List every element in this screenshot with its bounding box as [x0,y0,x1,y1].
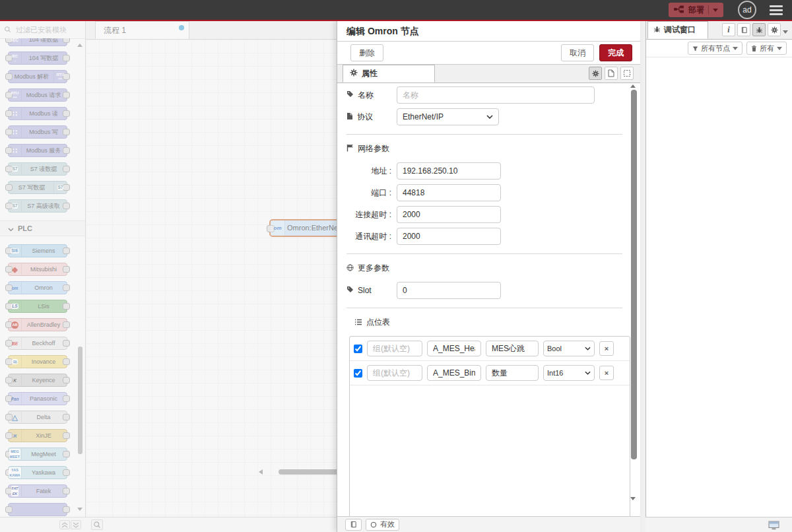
node-enabled-toggle[interactable]: 有效 [366,519,399,531]
debug-bug-button[interactable] [752,23,766,36]
sidebar-menu-caret-icon[interactable] [783,30,788,34]
app-root: 部署 ad IEC104 读数据IEC →104 写数据RTU •••Modbu… [0,0,792,532]
palette-node-Modbus 解析[interactable]: RTU •••Modbus 解析 [8,70,67,83]
tray-scroll-down-icon[interactable] [630,497,636,500]
protocol-select[interactable]: EtherNet/IP [397,108,499,125]
name-input[interactable] [397,86,595,104]
point-group-input[interactable] [367,341,422,356]
palette-node-S7 写数据[interactable]: S7S7 写数据 [8,181,67,194]
flow-tab[interactable]: 流程 1 [95,21,189,39]
palette-node-Inovance[interactable]: ≈Inovance [8,355,67,368]
canvas-search-button[interactable] [91,519,103,530]
point-delete-button[interactable]: × [599,341,614,356]
palette-node-104 写数据[interactable]: IEC →104 写数据 [8,51,67,65]
palette-node-104 读数据[interactable]: IEC104 读数据 [8,38,67,46]
palette-scroll-down-icon[interactable] [77,508,82,511]
edit-node-tray: 编辑 Omron 节点 删除 取消 完成 属性 名称 [337,21,640,532]
delete-button[interactable]: 删除 [350,44,383,61]
palette-node-S7 读数据[interactable]: S7S7 读数据 [8,162,67,176]
palette-node-label [9,504,67,515]
palette-node-Modbus 写[interactable]: ∷Modbus 写 [8,125,67,139]
palette-expand-all-button[interactable] [71,520,81,529]
funnel-icon [692,46,698,51]
port-label: 端口 : [346,187,397,199]
palette-node-label: XinJE [9,430,67,442]
point-enabled-checkbox[interactable] [354,369,362,378]
console-monitor-button[interactable] [766,519,781,531]
palette-node-XinJE[interactable]: ЖXinJE [8,429,67,442]
panel-resize-handle[interactable] [640,21,645,532]
palette-scrollbar[interactable] [78,347,82,454]
port-input[interactable] [397,184,501,201]
palette-scroll-up-icon[interactable] [77,44,82,47]
search-icon [4,24,11,36]
point-desc-input[interactable] [486,341,539,356]
point-type-select[interactable]: Int16 [543,365,595,381]
palette-node-Modbus 服务[interactable]: ∷Modbus 服务 [8,144,67,157]
point-group-input[interactable] [367,365,422,381]
point-name-input[interactable] [427,341,481,356]
palette-node-Fatek[interactable]: FAT EKFatek [8,484,67,498]
debug-tabbar: 调试窗口 i [646,21,792,40]
palette-node-Yaskawa[interactable]: YAS KAWAYaskawa [8,466,67,479]
palette-node-Modbus 请求[interactable]: RTU •••Modbus 请求 [8,88,67,102]
palette-node-Beckhoff[interactable]: BEBeckhoff [8,337,67,350]
tray-expand-button[interactable] [620,67,634,80]
point-row: Int16× [350,361,630,385]
palette-node-AllenBradley[interactable]: ABAllenBradley [8,318,67,331]
palette-node-LSis[interactable]: LSLSis [8,300,67,313]
canvas-node-omron[interactable]: om Omron:EtherNet/ [269,219,343,237]
address-input[interactable] [397,162,501,180]
canvas-scroll-left-icon[interactable] [259,469,263,475]
main-menu-button[interactable] [770,5,783,15]
node-doc-button[interactable] [345,519,362,531]
done-button[interactable]: 完成 [599,44,632,61]
palette-node-MegMeet[interactable]: MEG MEETMegMeet [8,448,67,461]
palette-node-partial[interactable] [8,503,67,516]
filter-nodes-button[interactable]: 所有节点 [688,42,742,55]
point-enabled-checkbox[interactable] [354,345,362,353]
comm-timeout-input[interactable] [397,228,501,245]
cancel-button[interactable]: 取消 [561,44,594,61]
palette-node-label: S7 高级读取 [9,200,67,212]
deploy-dropdown-icon[interactable] [713,9,718,12]
tray-doc-button[interactable] [605,67,618,80]
palette-node-Omron[interactable]: omOmron [8,281,67,294]
palette-node-Panasonic[interactable]: PanPanasonic [8,392,67,405]
point-desc-input[interactable] [486,365,539,381]
tray-gear-button[interactable] [589,67,602,80]
palette-category-plc[interactable]: PLC [0,220,85,236]
user-avatar[interactable]: ad [738,1,756,19]
tab-properties[interactable]: 属性 [343,65,435,83]
deploy-icon [674,4,684,16]
palette-node-Modbus 读[interactable]: ∷Modbus 读 [8,107,67,120]
deploy-button[interactable]: 部署 [669,3,723,17]
palette-search [0,21,85,39]
tray-scrollbar[interactable] [631,90,637,459]
header-bar: 部署 ad [0,0,792,21]
point-delete-button[interactable]: × [599,366,614,380]
help-book-button[interactable] [737,23,750,36]
point-type-select[interactable]: Bool [543,341,595,356]
palette-search-input[interactable] [15,25,83,34]
divider [346,308,622,308]
tag-icon [346,286,354,295]
tray-scroll-up-icon[interactable] [630,84,636,88]
trash-icon [751,45,757,52]
palette-node-Mitsubishi[interactable]: ◆Mitsubishi [8,263,67,276]
tab-debug-window[interactable]: 调试窗口 [647,21,708,39]
connect-timeout-input[interactable] [397,206,501,223]
palette-node-Keyence[interactable]: KKeyence [8,374,67,387]
circle-toggle-icon [370,521,377,528]
point-name-input[interactable] [427,365,481,381]
more-params-section-header: 更多参数 [346,263,632,274]
slot-input[interactable] [397,282,501,299]
clear-messages-button[interactable]: 所有 [746,42,787,55]
palette-node-S7 高级读取[interactable]: S7S7 高级读取 [8,199,67,213]
debug-sidebar: 调试窗口 i 所有节点 所有 [645,21,792,517]
info-button[interactable]: i [722,23,735,36]
palette-collapse-all-button[interactable] [59,520,70,529]
palette-node-Delta[interactable]: △Delta [8,411,67,424]
palette-node-Siemens[interactable]: SIESiemens [8,244,67,257]
settings-gear-button[interactable] [768,23,781,36]
